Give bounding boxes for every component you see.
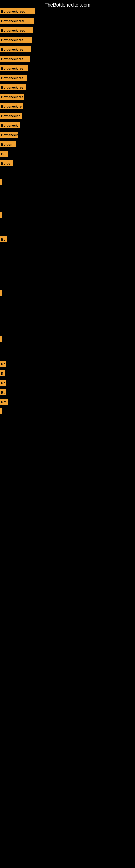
bar-item: Bottleneck re bbox=[0, 103, 23, 109]
bar-item: Bot bbox=[0, 399, 8, 405]
bar-item: Bottleneck resu bbox=[0, 8, 35, 14]
bar-item: Bo bbox=[0, 361, 6, 367]
bar-item bbox=[0, 212, 2, 218]
bar-item: B bbox=[0, 370, 5, 376]
bar-item: Bottleneck r bbox=[0, 122, 20, 128]
vertical-line bbox=[1, 169, 1, 178]
bar-item bbox=[0, 290, 2, 296]
bar-item bbox=[0, 336, 2, 342]
bar-item: Bottleneck res bbox=[0, 65, 28, 71]
bar-item: Bo bbox=[0, 380, 6, 386]
bar-item: Bottleneck res bbox=[0, 37, 32, 42]
bar-item: Bottleneck res bbox=[0, 94, 24, 99]
bar-item: Bottleneck res bbox=[0, 46, 31, 52]
bar-item: Bo bbox=[0, 389, 6, 395]
bar-item bbox=[0, 179, 2, 185]
bar-item: Bottlen bbox=[0, 141, 16, 147]
bar-item: B bbox=[0, 151, 8, 156]
bar-item: Bottleneck res bbox=[0, 84, 26, 90]
bar-item: Bottleneck r bbox=[0, 113, 21, 119]
bar-item: Bottleneck bbox=[0, 131, 18, 137]
bar-item: Bottleneck resu bbox=[0, 27, 33, 33]
bar-item: Bottle bbox=[0, 160, 13, 166]
bar-item: Bottleneck res bbox=[0, 74, 27, 81]
vertical-line bbox=[1, 274, 1, 282]
bar-item bbox=[0, 408, 2, 414]
bar-item: Bo bbox=[0, 236, 7, 242]
bar-item: Bottleneck res bbox=[0, 56, 30, 62]
bar-item: Bottleneck resu bbox=[0, 18, 34, 24]
vertical-line bbox=[1, 320, 1, 328]
vertical-line bbox=[1, 202, 1, 210]
